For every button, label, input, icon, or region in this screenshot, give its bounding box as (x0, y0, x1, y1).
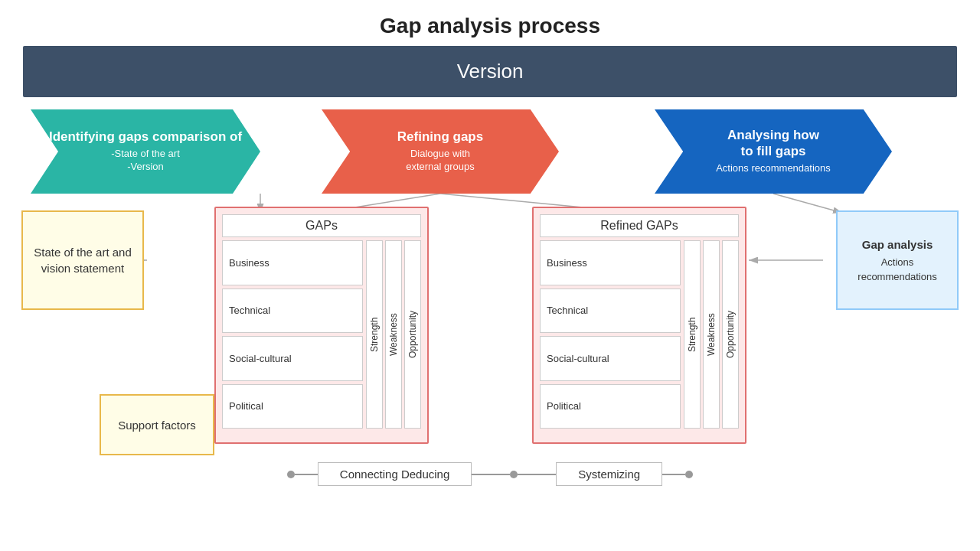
gaps-table: GAPs Business Technical Social-cultural … (214, 207, 429, 444)
bottom-line-right (662, 474, 685, 475)
svg-line-7 (773, 194, 842, 213)
teal-arrow-subtitle: -State of the art-Version (111, 148, 180, 174)
gaps-row-business: Business (222, 240, 363, 285)
gaps-vert-cols: Strength Weakness Opportunity (366, 240, 421, 429)
teal-arrow-title: Identifying gaps comparison of (49, 129, 242, 145)
bottom-systemizing-label: Systemizing (556, 462, 662, 486)
refined-vert-cols: Strength Weakness Opportunity (684, 240, 739, 429)
refined-row-business: Business (540, 240, 681, 285)
refined-gaps-body: Business Technical Social-cultural Polit… (540, 240, 739, 429)
refined-gaps-title: Refined GAPs (540, 214, 739, 237)
bottom-line-mid (472, 474, 510, 475)
gaps-table-body: Business Technical Social-cultural Polit… (222, 240, 421, 429)
gaps-table-title: GAPs (222, 214, 421, 237)
bottom-connecting-label: Connecting Deducing (318, 462, 472, 486)
red-arrow-subtitle: Dialogue withexternal groups (406, 148, 475, 174)
page-title: Gap analysis process (0, 0, 980, 46)
blue-arrow: Analysing howto fill gaps Actions recomm… (655, 109, 892, 194)
refined-row-social: Social-cultural (540, 336, 681, 381)
gaps-rows: Business Technical Social-cultural Polit… (222, 240, 363, 429)
refined-opportunity-col: Opportunity (722, 240, 739, 429)
refined-row-political: Political (540, 384, 681, 429)
bottom-dot-left (287, 471, 295, 478)
blue-arrow-title: Analysing howto fill gaps (727, 128, 819, 159)
teal-arrow: Identifying gaps comparison of -State of… (31, 109, 260, 194)
red-arrow: Refining gaps Dialogue withexternal grou… (322, 109, 559, 194)
gaps-row-technical: Technical (222, 289, 363, 334)
bottom-dot-right (685, 471, 693, 478)
refined-strength-col: Strength (684, 240, 701, 429)
gap-actions-box: Gap analysis Actionsrecommendations (836, 210, 959, 310)
bottom-bar: Connecting Deducing Systemizing (214, 462, 766, 486)
gaps-opportunity-col: Opportunity (404, 240, 421, 429)
blue-arrow-subtitle: Actions recommendations (716, 162, 831, 175)
red-arrow-title: Refining gaps (397, 129, 483, 145)
refined-row-technical: Technical (540, 289, 681, 334)
gaps-row-political: Political (222, 384, 363, 429)
refined-rows: Business Technical Social-cultural Polit… (540, 240, 681, 429)
support-box: Support factors (100, 394, 214, 455)
gaps-weakness-col: Weakness (385, 240, 402, 429)
bottom-dot-mid (510, 471, 518, 478)
support-text: Support factors (118, 417, 196, 433)
version-bar: Version (23, 46, 957, 97)
gap-actions-title: Gap analysis (862, 236, 933, 253)
gaps-row-social: Social-cultural (222, 336, 363, 381)
gaps-strength-col: Strength (366, 240, 383, 429)
gaps-table-container: GAPs Business Technical Social-cultural … (214, 207, 429, 444)
bottom-line-mid2 (518, 474, 556, 475)
sota-box: State of the art and vision statement (21, 210, 144, 310)
refined-weakness-col: Weakness (703, 240, 720, 429)
bottom-line-left (295, 474, 318, 475)
sota-text: State of the art and vision statement (29, 244, 136, 276)
gap-actions-subtitle: Actionsrecommendations (858, 256, 936, 283)
refined-gaps-table: Refined GAPs Business Technical Social-c… (532, 207, 746, 444)
refined-gaps-container: Refined GAPs Business Technical Social-c… (532, 207, 746, 444)
